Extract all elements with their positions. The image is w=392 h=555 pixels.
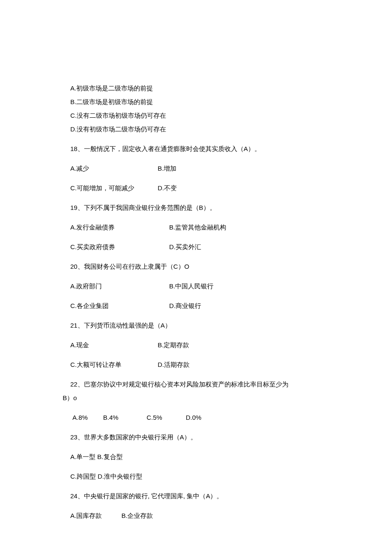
q21-options-row2: C.大额可转让存单 D.活期存款 — [70, 360, 322, 370]
q20-options-row1: A.政府部门 B.中国人民银行 — [70, 281, 322, 291]
q17-option-a: A.初级市场是二级市场的前提 — [70, 83, 322, 93]
q22-option-d: D.0% — [186, 413, 202, 423]
q19-option-a: A.发行金融债券 — [70, 222, 169, 232]
q21-option-c: C.大额可转让存单 — [70, 360, 158, 370]
q19-options-row1: A.发行金融债券 B.监管其他金融机构 — [70, 222, 322, 232]
q19-option-c: C.买卖政府债券 — [70, 242, 169, 252]
q20-stem: 20、我国财务公司在行政上隶属于（C）O — [70, 262, 322, 272]
q21-stem: 21、下列货币流动性最强的是（A） — [70, 320, 322, 331]
q24-option-b: B.企业存款 — [121, 511, 153, 521]
q20-option-a: A.政府部门 — [70, 281, 169, 291]
q17-option-c: C.没有二级市场初级市场仍可存在 — [70, 110, 322, 121]
q21-option-d: D.活期存款 — [158, 360, 190, 370]
q20-option-b: B.中国人民银行 — [169, 281, 213, 291]
q18-option-a: A.减少 — [70, 163, 158, 174]
q20-option-c: C.各企业集团 — [70, 301, 169, 311]
q24-option-a: A.国库存款 — [70, 511, 121, 521]
q24-options-row: A.国库存款 B.企业存款 — [70, 511, 322, 521]
q17-option-b: B.二级市场是初级市场的前提 — [70, 97, 322, 107]
q19-option-d: D.买卖外汇 — [169, 242, 201, 252]
q23-stem: 23、世界大多数国家的中央银行采用（A）。 — [70, 432, 322, 442]
q23-options-ab: A.单一型 B.复合型 — [70, 452, 322, 462]
q20-options-row2: C.各企业集团 D.商业银行 — [70, 301, 322, 311]
q22-option-b: B.4% — [103, 413, 147, 423]
q19-options-row2: C.买卖政府债券 D.买卖外汇 — [70, 242, 322, 252]
q19-stem: 19、下列不属于我国商业银行业务范围的是（B）。 — [70, 203, 322, 213]
q19-option-b: B.监管其他金融机构 — [169, 222, 226, 232]
q21-option-b: B.定期存款 — [158, 340, 189, 350]
q17-option-d: D.没有初级市场二级市场仍可存在 — [70, 124, 322, 134]
q21-option-a: A.现金 — [70, 340, 158, 350]
q18-options-row2: C.可能增加，可能减少 D.不变 — [70, 183, 322, 193]
q22-option-c: C.5% — [147, 413, 186, 423]
q22-options-row: A.8% B.4% C.5% D.0% — [70, 413, 322, 423]
q24-stem: 24、中央银行是国家的银行, 它代理国库, 集中（A）。 — [70, 491, 322, 501]
q22-option-a: A.8% — [72, 413, 103, 423]
q22-stem-line2: B）o — [63, 393, 322, 403]
q23-options-cd: C.跨国型 D.淮中央银行型 — [70, 471, 322, 482]
q18-option-b: B.增加 — [158, 163, 176, 174]
q22-stem-line1: 22、巴塞尔协议中对规定银行核心资本对风险加权资产的标准比率目标至少为 — [70, 379, 322, 389]
q18-option-c: C.可能增加，可能减少 — [70, 183, 158, 193]
q18-stem: 18、一般情况下，固定收入者在通货膨胀时会使其实质收入（A）。 — [70, 144, 322, 154]
q18-options-row1: A.减少 B.增加 — [70, 163, 322, 174]
q21-options-row1: A.现金 B.定期存款 — [70, 340, 322, 350]
q20-option-d: D.商业银行 — [169, 301, 201, 311]
q18-option-d: D.不变 — [158, 183, 177, 193]
